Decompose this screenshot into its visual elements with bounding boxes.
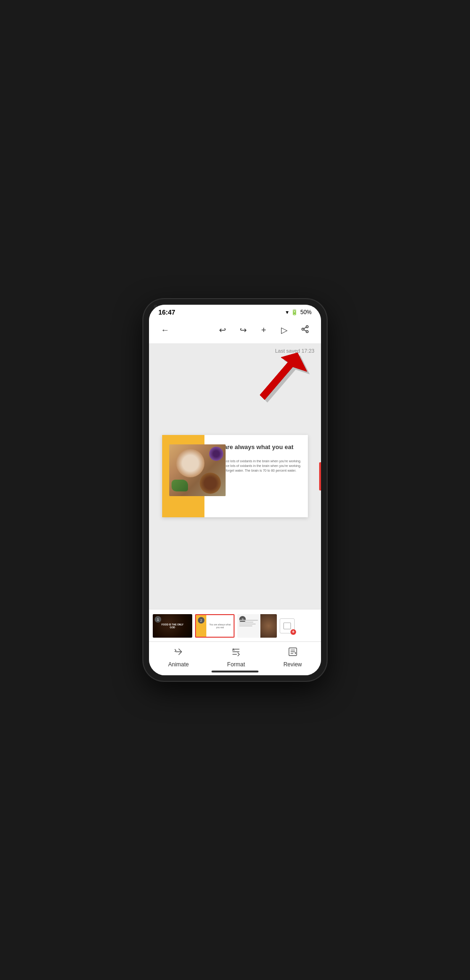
food-greens [172,480,188,491]
svg-marker-7 [260,353,307,400]
add-button[interactable]: + [255,322,272,339]
slide-area[interactable]: Last saved 17:23 [149,343,321,609]
nav-animate[interactable]: Animate [168,647,189,668]
slide-food-image [169,444,226,496]
thumb-1-text: FOOD IS THE ONLY GOD [159,623,187,629]
nav-format[interactable]: A Format [227,647,245,668]
share-button[interactable] [297,322,313,339]
thumb-3-line-4 [239,625,252,626]
svg-line-4 [304,327,306,328]
status-icons: ▾ 🔋 50% [286,309,312,316]
thumbnail-strip: 1 FOOD IS THE ONLY GOD 2 You are always … [149,609,321,641]
status-time: 16:47 [158,308,175,316]
wifi-icon: ▾ [286,309,289,316]
toolbar-center: ↩ ↪ + ▷ [214,322,313,339]
undo-icon: ↩ [219,325,226,335]
food-plate-graphic [169,444,226,496]
svg-text:A: A [232,648,235,652]
battery-level: 50% [300,309,312,316]
review-label: Review [283,661,302,668]
format-icon: A [231,647,241,659]
notch [226,299,244,303]
svg-marker-6 [263,356,310,403]
thumbnail-2[interactable]: 2 You are always what you eat ⇒ [195,614,235,638]
add-icon: + [261,325,266,335]
undo-button[interactable]: ↩ [214,322,231,339]
thumb-2-badge: 2 [198,617,204,624]
thumbnail-1[interactable]: 1 FOOD IS THE ONLY GOD [153,614,192,638]
redo-button[interactable]: ↪ [235,322,251,339]
format-label: Format [227,661,245,668]
share-icon [301,325,309,336]
food-berries [209,447,223,461]
home-indicator [212,671,258,672]
thumb-3-line-2 [239,622,253,623]
slide[interactable]: You are always what you eat You produce … [162,435,308,517]
add-slide-button[interactable]: + [280,618,295,633]
phone-shell: 16:47 ▾ 🔋 50% ← ↩ ↪ + [143,299,327,681]
play-button[interactable]: ▷ [276,322,293,339]
phone-screen: 16:47 ▾ 🔋 50% ← ↩ ↪ + [149,305,321,675]
back-button[interactable]: ← [157,322,173,339]
play-icon: ▷ [281,325,288,335]
add-slide-plus: + [290,629,296,635]
thumbnail-3[interactable]: 3 ⇒ [237,614,277,638]
battery-icon: 🔋 [291,309,298,316]
back-icon: ← [161,325,169,335]
thumb-3-text-lines [239,620,258,626]
thumb-2-content: You are always what you eat [206,615,234,637]
review-icon [288,647,298,659]
nav-review[interactable]: Review [283,647,302,668]
thumb-3-line-1 [239,620,258,621]
status-bar: 16:47 ▾ 🔋 50% [149,305,321,318]
add-slide-icon [283,622,291,630]
svg-rect-8 [284,623,291,629]
redo-icon: ↪ [240,325,247,335]
animate-icon [173,647,184,659]
thumb-3-line-3 [239,624,256,624]
svg-line-3 [304,330,306,331]
toolbar: ← ↩ ↪ + ▷ [149,318,321,343]
thumb-3-food [260,614,277,638]
animate-label: Animate [168,661,189,668]
thumb-1-badge: 1 [155,616,161,623]
scroll-indicator [319,462,321,490]
